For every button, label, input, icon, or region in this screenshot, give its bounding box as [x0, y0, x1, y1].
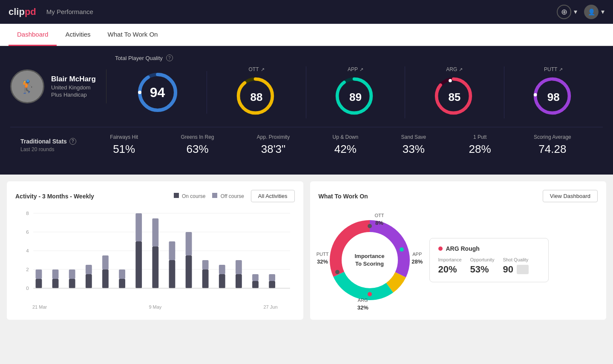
- gauge-app-value: 89: [349, 91, 362, 104]
- header-actions: ⊕ ▾ 👤 ▾: [557, 5, 604, 19]
- add-button[interactable]: ⊕ ▾: [557, 5, 577, 19]
- shot-quality-label: Shot Quality: [503, 257, 528, 262]
- add-icon-button[interactable]: ⊕: [557, 5, 571, 19]
- svg-rect-37: [152, 246, 158, 288]
- info-card: ARG Rough Importance 20% Opportunity 53%…: [429, 238, 549, 282]
- view-dashboard-button[interactable]: View Dashboard: [543, 190, 598, 202]
- opportunity-value: 53%: [470, 264, 489, 275]
- gauge-total: 94: [115, 71, 207, 114]
- stat-sandsave: Sand Save 33%: [401, 134, 426, 156]
- plus-icon: ⊕: [561, 7, 567, 17]
- player-info: 🏌️ Blair McHarg United Kingdom Plus Hand…: [10, 69, 106, 103]
- gauge-arg: ARG ↗ 85: [405, 66, 504, 118]
- svg-rect-44: [202, 260, 209, 269]
- gauges: 94 OTT ↗ 88: [115, 66, 603, 118]
- gauge-arg-value: 85: [448, 91, 460, 104]
- circle-total: 94: [136, 71, 179, 114]
- svg-rect-48: [236, 260, 242, 274]
- svg-rect-23: [36, 279, 42, 288]
- activity-panel-title: Activity - 3 Months - Weekly: [15, 193, 94, 200]
- header: clippd My Performance ⊕ ▾ 👤 ▾: [0, 0, 613, 24]
- svg-rect-29: [86, 274, 92, 288]
- activity-panel: Activity - 3 Months - Weekly On course O…: [7, 181, 303, 320]
- wtwon-panel-title: What To Work On: [319, 193, 368, 200]
- circle-putt: 98: [532, 76, 575, 118]
- gauge-arg-label: ARG ↗: [446, 66, 463, 72]
- importance-value: 20%: [438, 264, 457, 275]
- hero-top: 🏌️ Blair McHarg United Kingdom Plus Hand…: [10, 54, 603, 118]
- add-chevron: ▾: [574, 8, 577, 16]
- svg-rect-43: [202, 269, 209, 288]
- svg-text:0: 0: [26, 286, 29, 291]
- quality-help-icon[interactable]: ?: [166, 54, 173, 61]
- importance-label: Importance: [438, 257, 462, 262]
- putt-arrow-icon: ↗: [559, 67, 563, 72]
- arg-arrow-icon: ↗: [459, 67, 463, 72]
- trad-stats-label: Traditional Stats ? Last 20 rounds: [20, 138, 89, 152]
- donut-section: ImportanceTo Scoring OTT 8% APP 28% ARG …: [319, 209, 598, 311]
- svg-rect-49: [252, 281, 259, 288]
- svg-rect-32: [102, 255, 109, 269]
- stat-proximity-label: App. Proximity: [257, 134, 290, 140]
- app-arrow-icon: ↗: [360, 67, 363, 72]
- svg-rect-40: [169, 241, 176, 260]
- info-metric-opportunity: Opportunity 53%: [470, 257, 495, 275]
- avatar: 👤: [584, 5, 599, 19]
- header-title: My Performance: [46, 8, 557, 15]
- tab-dashboard[interactable]: Dashboard: [9, 24, 57, 46]
- svg-rect-45: [219, 274, 225, 288]
- stat-updown: Up & Down 42%: [333, 134, 359, 156]
- gauge-ott: OTT ↗ 88: [207, 66, 306, 118]
- svg-rect-50: [252, 274, 259, 281]
- stat-1putt-value: 28%: [469, 143, 491, 156]
- svg-text:4: 4: [26, 248, 29, 253]
- donut-label-arg: ARG 32%: [357, 296, 368, 311]
- red-dot-icon: [438, 246, 443, 251]
- donut-label-ott: OTT 8%: [375, 211, 384, 226]
- svg-rect-25: [52, 279, 59, 288]
- info-metric-shot-quality: Shot Quality 90: [503, 257, 528, 275]
- x-label-1: 21 Mar: [32, 304, 47, 310]
- trad-stats-help-icon[interactable]: ?: [69, 138, 76, 145]
- shot-quality-value: 90: [503, 264, 513, 275]
- svg-rect-46: [219, 265, 225, 274]
- svg-rect-27: [69, 279, 75, 288]
- info-metrics: Importance 20% Opportunity 53% Shot Qual…: [438, 257, 540, 275]
- legend-on-course: On course: [174, 193, 206, 199]
- donut-center-text: ImportanceTo Scoring: [354, 252, 384, 268]
- info-metric-importance: Importance 20%: [438, 257, 462, 275]
- svg-rect-28: [69, 269, 75, 279]
- player-avatar: 🏌️: [10, 69, 44, 103]
- stat-fairways-label: Fairways Hit: [110, 134, 138, 140]
- gauge-putt-value: 98: [547, 91, 560, 104]
- svg-text:2: 2: [26, 267, 29, 272]
- stat-updown-label: Up & Down: [333, 134, 359, 140]
- tab-activities[interactable]: Activities: [57, 24, 99, 46]
- stat-fairways-value: 51%: [110, 143, 138, 156]
- quality-section: Total Player Quality ? 94: [115, 54, 603, 118]
- user-menu[interactable]: 👤 ▾: [584, 5, 604, 19]
- chart-legend: On course Off course: [174, 193, 244, 199]
- svg-rect-33: [119, 279, 125, 288]
- svg-rect-42: [186, 232, 192, 255]
- tabs-bar: Dashboard Activities What To Work On: [0, 24, 613, 46]
- logo: clippd: [9, 6, 36, 17]
- svg-rect-26: [52, 269, 59, 279]
- svg-rect-41: [186, 255, 192, 288]
- svg-rect-35: [135, 241, 142, 288]
- gauge-putt-label: PUTT ↗: [544, 66, 563, 72]
- svg-rect-38: [152, 218, 158, 246]
- activity-panel-header: Activity - 3 Months - Weekly On course O…: [15, 190, 295, 202]
- ott-arrow-icon: ↗: [261, 67, 265, 72]
- svg-rect-39: [169, 260, 176, 288]
- svg-point-59: [400, 247, 404, 252]
- stat-gir: Greens In Reg 63%: [181, 134, 214, 156]
- svg-point-58: [368, 224, 372, 228]
- stat-scoring-label: Scoring Average: [534, 134, 571, 140]
- tab-what-to-work-on[interactable]: What To Work On: [99, 24, 167, 46]
- svg-rect-51: [269, 281, 275, 288]
- stat-1putt: 1 Putt 28%: [469, 134, 491, 156]
- all-activities-button[interactable]: All Activities: [251, 190, 295, 202]
- stat-scoring: Scoring Average 74.28: [534, 134, 571, 156]
- donut-wrapper: ImportanceTo Scoring OTT 8% APP 28% ARG …: [319, 209, 421, 311]
